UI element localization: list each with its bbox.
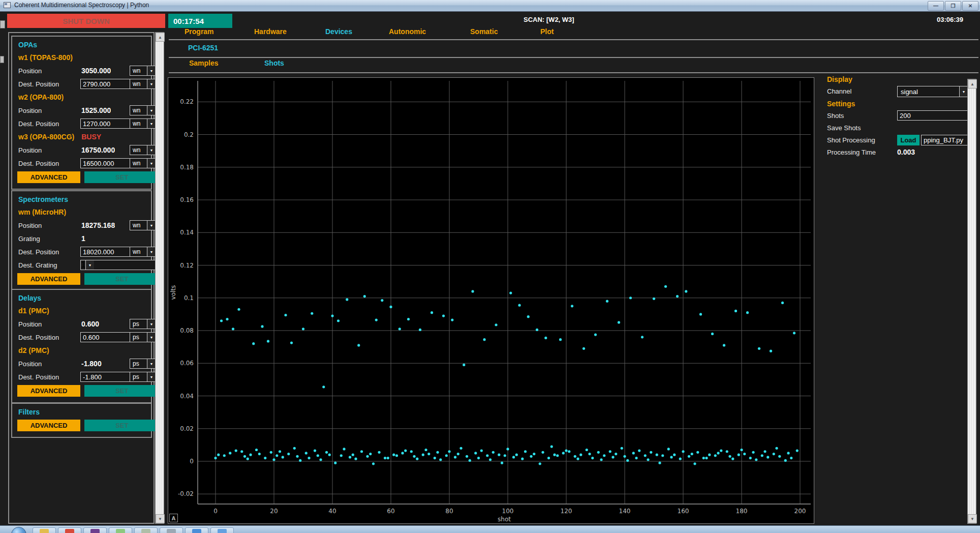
section-buttons: ADVANCEDSET: [12, 170, 151, 185]
load-script-button[interactable]: Load: [897, 135, 920, 145]
start-button[interactable]: [11, 527, 26, 533]
advanced-button[interactable]: ADVANCED: [17, 385, 80, 397]
nav-item-plot[interactable]: Plot: [540, 27, 554, 36]
chevron-down-icon[interactable]: ▼: [147, 79, 156, 88]
section-spectrometers: Spectrometerswm (MicroHR)Position18275.1…: [11, 190, 152, 291]
units-value: wn: [130, 80, 147, 87]
taskbar-button[interactable]: [134, 527, 158, 533]
field-label: Dest. Position: [18, 334, 59, 341]
units-select[interactable]: wn▼: [130, 145, 156, 155]
scatter-point: [781, 302, 784, 304]
destination-input[interactable]: [80, 119, 130, 129]
units-select[interactable]: wn▼: [130, 247, 156, 257]
scatter-point: [524, 450, 527, 453]
destination-input[interactable]: [80, 247, 130, 257]
chevron-down-icon[interactable]: ▼: [147, 359, 156, 368]
scatter-point: [474, 452, 477, 454]
units-select[interactable]: ps▼: [130, 319, 156, 329]
scroll-up-icon[interactable]: ▲: [968, 79, 977, 88]
scroll-down-icon[interactable]: ▼: [968, 514, 977, 523]
scatter-point: [653, 298, 655, 300]
taskbar-button[interactable]: [185, 527, 208, 533]
scatter-point: [366, 455, 369, 458]
tab-pci-6251[interactable]: PCI-6251: [188, 44, 218, 52]
set-button[interactable]: SET: [84, 273, 160, 285]
scatter-point: [424, 449, 427, 451]
set-button[interactable]: SET: [84, 171, 160, 183]
scatter-point: [539, 462, 541, 465]
chevron-down-icon[interactable]: ▼: [147, 145, 156, 155]
nav-item-program[interactable]: Program: [185, 27, 214, 36]
units-select[interactable]: ps▼: [130, 372, 156, 382]
chevron-down-icon[interactable]: ▼: [147, 221, 156, 230]
nav-item-autonomic[interactable]: Autonomic: [389, 27, 426, 36]
sidebar-scrollbar[interactable]: ▲ ▼: [155, 32, 164, 524]
units-select[interactable]: ps▼: [130, 359, 156, 369]
restore-button[interactable]: ❐: [945, 1, 961, 11]
chevron-down-icon[interactable]: ▼: [147, 106, 156, 115]
chevron-down-icon[interactable]: ▼: [147, 319, 156, 329]
chevron-down-icon[interactable]: ▼: [147, 333, 156, 342]
title-bar[interactable]: Coherent Multidimensional Spectroscopy |…: [0, 0, 980, 12]
units-select[interactable]: wn▼: [130, 158, 156, 168]
chevron-down-icon[interactable]: ▼: [147, 372, 156, 381]
chevron-down-icon[interactable]: ▼: [147, 247, 156, 256]
chevron-down-icon[interactable]: ▼: [147, 119, 156, 128]
units-select[interactable]: wn▼: [130, 79, 156, 89]
advanced-button[interactable]: ADVANCED: [17, 273, 80, 285]
grating-select[interactable]: 1▼: [80, 260, 156, 270]
y-tick-label: 0.18: [180, 164, 194, 171]
set-button[interactable]: SET: [84, 420, 160, 431]
set-button[interactable]: SET: [84, 385, 160, 397]
advanced-button[interactable]: ADVANCED: [17, 171, 80, 183]
scroll-up-icon[interactable]: ▲: [156, 33, 165, 42]
taskbar-button[interactable]: [33, 527, 56, 533]
autorange-button[interactable]: A: [169, 514, 178, 522]
nav-item-somatic[interactable]: Somatic: [470, 27, 498, 36]
taskbar-button[interactable]: [160, 527, 183, 533]
hardware-sidebar: OPAsw1 (TOPAS-800)Position3050.000wn▼Des…: [8, 32, 155, 524]
taskbar-button[interactable]: [83, 527, 107, 533]
close-button[interactable]: ✕: [962, 1, 978, 11]
field-row: Position-1.800ps▼: [12, 357, 151, 370]
destination-input[interactable]: [80, 79, 130, 89]
units-select[interactable]: wn▼: [130, 220, 156, 230]
windows-taskbar[interactable]: [0, 525, 980, 533]
scatter-point: [258, 453, 261, 455]
destination-input[interactable]: [80, 372, 130, 382]
subtab-samples[interactable]: Samples: [189, 59, 219, 67]
scatter-point: [544, 337, 547, 339]
taskbar-button[interactable]: [58, 527, 81, 533]
scatter-chart[interactable]: -0.0200.020.040.060.080.10.120.140.160.1…: [168, 78, 814, 523]
units-select[interactable]: wn▼: [130, 119, 156, 129]
scroll-down-icon[interactable]: ▼: [156, 514, 165, 523]
settings-scrollbar[interactable]: ▲ ▼: [967, 79, 976, 524]
units-select[interactable]: wn▼: [130, 66, 156, 76]
destination-input[interactable]: [80, 158, 130, 168]
chevron-down-icon[interactable]: ▼: [147, 66, 156, 75]
x-axis-title: shot: [498, 516, 511, 523]
nav-item-hardware[interactable]: Hardware: [254, 27, 287, 36]
position-readout: 0.600: [81, 320, 99, 328]
chevron-down-icon[interactable]: ▼: [959, 86, 968, 97]
units-select[interactable]: ps▼: [130, 332, 156, 342]
chevron-down-icon[interactable]: ▼: [85, 260, 94, 270]
taskbar-button[interactable]: [210, 527, 234, 533]
nav-item-devices[interactable]: Devices: [325, 27, 352, 36]
subtab-shots[interactable]: Shots: [264, 59, 284, 67]
shots-plot-canvas[interactable]: -0.0200.020.040.060.080.10.120.140.160.1…: [168, 77, 814, 524]
shutdown-button[interactable]: SHUT DOWN: [7, 14, 165, 28]
scatter-point: [550, 445, 553, 448]
position-readout: 1525.000: [81, 106, 111, 114]
chevron-down-icon[interactable]: ▼: [147, 159, 156, 168]
processing-script-field[interactable]: pping_BJT.py: [921, 135, 968, 145]
taskbar-button[interactable]: [109, 527, 132, 533]
destination-input[interactable]: [80, 332, 130, 342]
channel-select[interactable]: signal ▼: [897, 86, 968, 97]
scatter-point: [767, 456, 769, 458]
scatter-point: [515, 454, 518, 456]
minimize-button[interactable]: —: [928, 1, 944, 11]
advanced-button[interactable]: ADVANCED: [17, 420, 80, 431]
units-select[interactable]: wn▼: [130, 105, 156, 115]
shots-input[interactable]: [897, 110, 971, 121]
